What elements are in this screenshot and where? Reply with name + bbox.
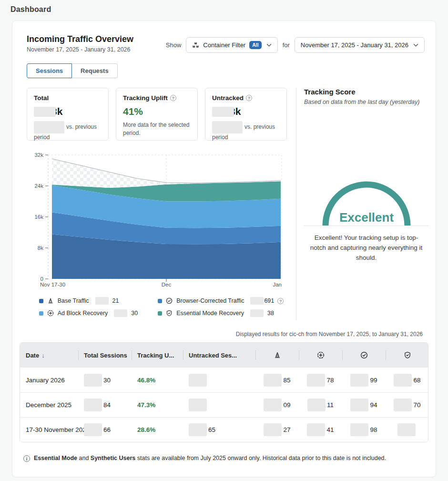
cell-adblock: 78 <box>326 377 334 384</box>
svg-text:8k: 8k <box>38 245 43 251</box>
redacted-value <box>84 374 102 387</box>
table-row[interactable]: 17-30 November 2025 66 28.6% 65 27 41 98 <box>20 417 428 442</box>
col-total-sessions[interactable]: Total Sessions <box>78 343 132 368</box>
tab-requests[interactable]: Requests <box>72 63 118 78</box>
cell-adblock: 41 <box>326 426 334 433</box>
col-date[interactable]: Date↓ <box>20 343 78 368</box>
redacted-value <box>394 374 412 387</box>
legend-swatch <box>158 299 162 303</box>
legend-label: Ad Block Recovery <box>58 310 108 317</box>
filter-all-badge: All <box>249 41 261 49</box>
traffic-cone-icon <box>47 297 54 305</box>
svg-text:0: 0 <box>41 276 43 282</box>
table-header-row: Date↓ Total Sessions Tracking U... Untra… <box>20 343 428 368</box>
col-ad-block-recovery[interactable] <box>299 343 342 368</box>
traffic-cone-icon <box>273 351 282 359</box>
legend-value: 38 <box>267 310 274 317</box>
plus-circle-dashed-icon <box>47 309 54 317</box>
cell-corrected: 94 <box>370 401 377 409</box>
cell-total: 66 <box>103 426 111 433</box>
svg-text:32k: 32k <box>34 152 43 158</box>
cell-base: 27 <box>283 426 290 433</box>
redacted-value <box>95 297 109 305</box>
legend-label: Base Traffic <box>58 297 89 304</box>
shield-check-icon <box>165 309 173 317</box>
tracking-score-title: Tracking Score <box>304 88 428 96</box>
check-circle-icon <box>360 351 368 359</box>
legend-value: 21 <box>112 297 119 304</box>
date-range-dropdown[interactable]: November 17, 2025 - January 31, 2026 <box>295 37 425 53</box>
check-circle-icon <box>165 297 173 305</box>
stat-uplift-title: Tracking Uplift <box>123 94 168 102</box>
cell-adblock: 11 <box>327 401 334 409</box>
results-table: Date↓ Total Sessions Tracking U... Untra… <box>20 342 428 442</box>
cell-uplift: 47.3% <box>132 401 183 409</box>
tab-sessions[interactable]: Sessions <box>27 63 72 78</box>
redacted-value <box>307 423 325 436</box>
legend-item-ad-block[interactable]: Ad Block Recovery 30 <box>39 309 138 317</box>
footnote-bold: Synthetic Users <box>91 455 135 461</box>
redacted-value <box>307 399 326 411</box>
cell-corrected: 98 <box>370 426 377 433</box>
redacted-value <box>34 121 64 133</box>
date-range-value: November 17, 2025 - January 31, 2026 <box>301 41 408 49</box>
redacted-value <box>189 374 207 387</box>
redacted-value <box>212 121 243 133</box>
legend-item-browser-corrected[interactable]: Browser-Corrected Traffic 691 ? <box>158 297 284 305</box>
svg-text:Dec: Dec <box>162 282 172 287</box>
stat-uplift-value: 41% <box>123 106 191 117</box>
redacted-value <box>307 374 325 387</box>
col-tracking-uplift[interactable]: Tracking U... <box>132 343 183 368</box>
redacted-value <box>34 107 56 117</box>
col-browser-corrected[interactable] <box>342 343 386 368</box>
svg-text:24k: 24k <box>34 183 43 189</box>
top-bar: Dashboard <box>0 0 448 20</box>
footnote: i Essential Mode and Synthetic Users sta… <box>23 455 428 462</box>
redacted-value <box>264 399 282 411</box>
svg-text:Nov 17-30: Nov 17-30 <box>40 282 65 287</box>
legend-label: Essential Mode Recovery <box>176 310 244 317</box>
legend-swatch <box>39 299 43 303</box>
help-icon[interactable]: ? <box>170 95 176 101</box>
table-row[interactable]: December 2025 84 47.3% 09 11 94 70 <box>20 392 428 417</box>
tracking-score-panel: Tracking Score Based on data from the la… <box>296 88 428 320</box>
table-caption: Displayed results for cic-ch from Novemb… <box>20 331 423 338</box>
stat-untracked-title: Untracked <box>212 94 244 102</box>
page-title: Dashboard <box>10 5 438 14</box>
redacted-value <box>84 399 102 411</box>
help-icon[interactable]: ? <box>246 95 252 101</box>
container-filter-dropdown[interactable]: Container Filter All <box>186 37 277 53</box>
tracking-score-description: Excellent! Your tracking setup is top-no… <box>307 233 426 263</box>
show-label: Show <box>166 41 182 49</box>
redacted-value <box>212 107 234 117</box>
stat-card-total: Total 3k vs. previous period <box>27 88 109 141</box>
redacted-value <box>189 399 207 411</box>
redacted-value <box>264 423 282 436</box>
cell-total: 30 <box>103 377 111 384</box>
cell-essential: 70 <box>413 401 420 409</box>
legend-item-essential-mode[interactable]: Essential Mode Recovery 38 <box>158 309 284 317</box>
traffic-chart[interactable]: 08k16k24k32kNov 17-30DecJan <box>27 151 284 290</box>
cell-base: 85 <box>283 377 290 384</box>
redacted-value <box>114 309 127 317</box>
table-row[interactable]: January 2026 30 46.8% 85 78 99 68 <box>20 368 428 392</box>
help-icon[interactable]: ? <box>277 298 284 304</box>
cell-base: 09 <box>283 401 290 409</box>
col-essential-mode[interactable] <box>386 343 428 368</box>
redacted-value <box>84 423 102 436</box>
tracking-score-gauge: Excellent <box>304 178 428 226</box>
for-label: for <box>283 41 290 49</box>
redacted-value <box>264 374 282 387</box>
redacted-value <box>350 374 368 387</box>
legend-item-base-traffic[interactable]: Base Traffic 21 <box>39 297 138 305</box>
col-base-traffic[interactable] <box>255 343 299 368</box>
stat-total-title: Total <box>34 94 102 102</box>
stat-card-untracked: Untracked? 3k vs. previous period <box>205 88 287 141</box>
redacted-value <box>397 423 416 436</box>
col-untracked-sessions[interactable]: Untracked Ses... <box>183 343 255 368</box>
legend-label: Browser-Corrected Traffic <box>176 297 244 304</box>
sort-descending-icon[interactable]: ↓ <box>41 352 45 359</box>
cell-corrected: 99 <box>370 377 377 384</box>
legend-swatch <box>39 311 43 316</box>
tracking-score-subtitle: Based on data from the last day (yesterd… <box>304 99 428 105</box>
